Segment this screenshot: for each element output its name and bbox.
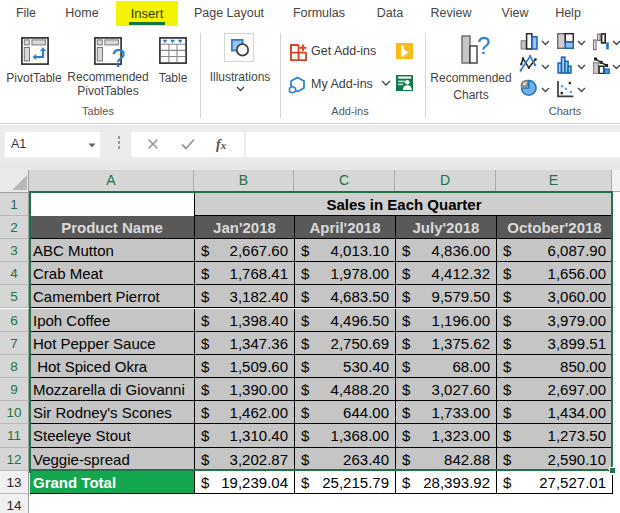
svg-text:?: ?	[112, 43, 126, 70]
svg-text:?: ?	[477, 35, 490, 59]
